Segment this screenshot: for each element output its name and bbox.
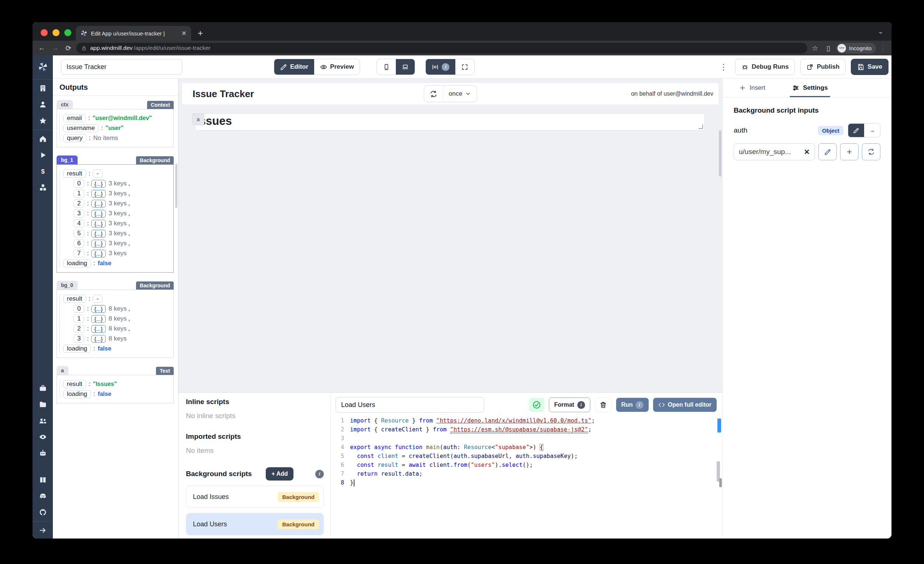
cubes-icon[interactable] xyxy=(33,180,53,196)
github-icon[interactable] xyxy=(33,504,53,521)
add-background-script-button[interactable]: + Add xyxy=(266,467,293,480)
outputs-scrollbar[interactable] xyxy=(175,164,177,208)
key-pill[interactable]: result xyxy=(63,380,86,388)
home-icon[interactable] xyxy=(33,131,53,147)
clear-resource-icon[interactable]: ✕ xyxy=(804,148,810,156)
canvas-scrollbar[interactable] xyxy=(719,130,722,177)
code-line-7[interactable]: 7 return result.data; xyxy=(331,470,722,478)
key-pill[interactable]: loading xyxy=(63,259,91,268)
arrow-right-icon[interactable] xyxy=(33,522,53,539)
building-icon[interactable] xyxy=(33,80,53,96)
static-input-button[interactable] xyxy=(848,124,864,137)
preview-mode-button[interactable]: Preview xyxy=(314,59,360,75)
object-pill[interactable]: {...} xyxy=(91,200,106,208)
collapse-pill[interactable]: - xyxy=(93,169,102,178)
object-pill[interactable]: {...} xyxy=(91,335,106,343)
object-pill[interactable]: {...} xyxy=(91,240,106,247)
star-icon[interactable] xyxy=(33,113,53,129)
object-pill[interactable]: {...} xyxy=(91,305,106,313)
open-full-editor-button[interactable]: Open full editor xyxy=(653,398,717,412)
index-pill[interactable]: 1 xyxy=(74,190,84,197)
reload-button[interactable]: ⟳ xyxy=(63,44,74,52)
side-panel-icon[interactable]: ▯ xyxy=(823,44,834,52)
windmill-logo[interactable] xyxy=(33,55,53,78)
component-id-tag[interactable]: a xyxy=(192,114,204,125)
play-icon[interactable] xyxy=(33,147,53,163)
refresh-mode-select[interactable]: once xyxy=(443,86,477,102)
code-line-8[interactable]: 8} xyxy=(331,478,722,487)
add-resource-button[interactable]: + xyxy=(840,143,859,160)
format-button[interactable]: Formati xyxy=(549,397,590,412)
refresh-button[interactable] xyxy=(424,86,443,102)
edit-resource-button[interactable] xyxy=(818,143,837,160)
robot-icon[interactable] xyxy=(33,445,53,461)
index-pill[interactable]: 2 xyxy=(74,325,84,333)
fullscreen-button[interactable] xyxy=(455,59,474,75)
outputs-panel-button[interactable]: i xyxy=(426,59,455,75)
object-pill[interactable]: {...} xyxy=(91,210,106,218)
more-options-icon[interactable]: ⋮ xyxy=(719,66,729,68)
code-line-2[interactable]: 2import { createClient } from "https://e… xyxy=(331,425,722,434)
index-pill[interactable]: 0 xyxy=(74,305,84,313)
publish-button[interactable]: Publish xyxy=(800,59,846,75)
object-pill[interactable]: {...} xyxy=(91,315,106,323)
object-pill[interactable]: {...} xyxy=(91,230,106,238)
resource-picker-input[interactable]: u/user/my_sup... ✕ xyxy=(734,143,815,160)
key-pill[interactable]: result xyxy=(63,169,86,178)
object-pill[interactable]: {...} xyxy=(91,325,106,333)
component-resize-handle[interactable] xyxy=(699,124,703,129)
user-icon[interactable] xyxy=(33,96,53,113)
save-button[interactable]: Save xyxy=(851,59,888,75)
code-line-4[interactable]: 4export async function main(auth: Resour… xyxy=(331,443,722,452)
key-pill[interactable]: loading xyxy=(63,390,91,398)
key-pill[interactable]: email xyxy=(63,114,86,122)
key-pill[interactable]: loading xyxy=(63,345,91,353)
new-tab-button[interactable]: + xyxy=(198,28,203,40)
object-pill[interactable]: {...} xyxy=(91,250,106,257)
collapse-pill[interactable]: - xyxy=(93,295,102,303)
index-pill[interactable]: 7 xyxy=(74,249,84,257)
code-editor[interactable]: 1import { Resource } from "https://deno.… xyxy=(331,416,722,539)
refresh-resource-button[interactable] xyxy=(862,143,880,160)
index-pill[interactable]: 3 xyxy=(74,209,84,218)
tab-settings[interactable]: Settings xyxy=(792,79,828,97)
key-pill[interactable]: username xyxy=(63,124,99,132)
code-line-5[interactable]: 5 const client = createClient(auth.supab… xyxy=(331,452,722,461)
key-pill[interactable]: result xyxy=(63,295,86,303)
mobile-view-button[interactable] xyxy=(377,59,396,75)
users-icon[interactable] xyxy=(33,413,53,429)
app-canvas[interactable]: a Issues xyxy=(178,105,722,392)
code-line-1[interactable]: 1import { Resource } from "https://deno.… xyxy=(331,416,722,425)
eye-icon[interactable] xyxy=(33,429,53,445)
code-line-6[interactable]: 6 const result = await client.from("user… xyxy=(331,461,722,470)
browser-tab[interactable]: Edit App u/user/issue-tracker | ✕ xyxy=(76,26,191,40)
minimize-window-button[interactable] xyxy=(52,29,60,36)
app-name-input[interactable]: Issue Tracker xyxy=(61,59,182,75)
browser-menu-icon[interactable]: ⋮ xyxy=(878,47,888,49)
text-component[interactable]: a Issues xyxy=(195,114,705,130)
background-script-item[interactable]: Load UsersBackground xyxy=(186,513,324,535)
index-pill[interactable]: 6 xyxy=(74,239,84,247)
output-id-tag[interactable]: a xyxy=(57,366,68,375)
index-pill[interactable]: 3 xyxy=(74,335,84,343)
output-id-tag[interactable]: bg_0 xyxy=(57,281,78,290)
bookmark-star-icon[interactable]: ☆ xyxy=(809,44,820,52)
run-button[interactable]: Runi xyxy=(616,398,649,412)
key-pill[interactable]: query xyxy=(63,134,87,142)
index-pill[interactable]: 0 xyxy=(74,180,84,188)
tab-close-icon[interactable]: ✕ xyxy=(182,30,187,37)
delete-script-button[interactable] xyxy=(595,397,612,412)
output-id-tag[interactable]: ctx xyxy=(57,100,73,109)
object-pill[interactable]: {...} xyxy=(91,220,106,227)
tab-search-chevron-icon[interactable]: ⌄ xyxy=(878,27,884,36)
tab-insert[interactable]: Insert xyxy=(739,79,765,97)
index-pill[interactable]: 1 xyxy=(74,315,84,323)
desktop-view-button[interactable] xyxy=(396,59,415,75)
editor-mode-button[interactable]: Editor xyxy=(274,59,314,75)
discord-icon[interactable] xyxy=(33,488,53,504)
toolbox-icon[interactable] xyxy=(33,380,53,396)
connect-input-button[interactable]: → xyxy=(864,124,880,137)
script-name-input[interactable]: Load Users xyxy=(336,397,484,413)
maximize-window-button[interactable] xyxy=(64,29,71,36)
forward-button[interactable]: → xyxy=(50,44,61,52)
